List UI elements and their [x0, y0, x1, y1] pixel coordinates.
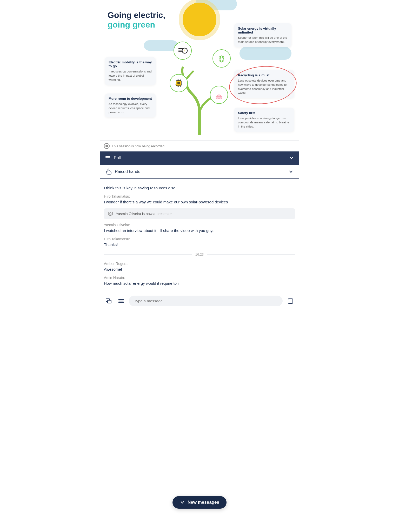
card-solar-title: Solar energy is virtually unlimited [238, 26, 288, 34]
card-recycling-title: Recycling is a must [238, 73, 290, 77]
chat-message-2: Hiro Takamatsu: I wonder if there's a wa… [104, 194, 295, 205]
raised-hands-chevron-icon [288, 169, 294, 174]
card-electric-text: It reduces carbon emissions and lowers t… [109, 69, 152, 82]
recording-text: This session is now being recorded. [112, 144, 165, 148]
message-input[interactable] [129, 296, 283, 306]
lungs-icon-circle [210, 86, 228, 104]
chat-text-6: How much solar energy would it require t… [104, 281, 295, 286]
chat-sender-4: Hiro Takamatsu: [104, 237, 295, 241]
chip-icon-circle [170, 74, 188, 92]
chat-text-4: Thanks! [104, 242, 295, 247]
chat-message-1: I think this is key in saving resources … [104, 185, 295, 191]
chat-message-6: Amin Narain: How much solar energy would… [104, 276, 295, 286]
card-room-text: As technology evolves, every device requ… [109, 102, 152, 114]
system-message-text: Yasmin Oliveira is now a presenter [116, 212, 172, 216]
card-room-title: More room to development [109, 97, 152, 101]
svg-rect-5 [176, 81, 181, 86]
presentation-slide: Going electric, going green Solar energy… [100, 0, 299, 140]
card-solar: Solar energy is virtually unlimited Soon… [234, 23, 291, 47]
card-electric: Electric mobility is the way to go It re… [105, 57, 156, 85]
svg-rect-29 [108, 300, 111, 303]
presenter-icon [108, 211, 113, 217]
title-line2: going green [108, 20, 165, 30]
poll-bar-left: Poll [105, 155, 121, 161]
chat-sender-2: Hiro Takamatsu: [104, 194, 295, 198]
card-electric-title: Electric mobility is the way to go [109, 60, 152, 68]
svg-marker-4 [184, 49, 185, 52]
session-recording-bar: This session is now being recorded. [100, 140, 299, 151]
chat-bubble-icon[interactable] [104, 296, 113, 306]
recycle-icon-circle [212, 49, 231, 68]
poll-bar[interactable]: Poll [100, 151, 299, 164]
chat-sender-5: Amber Rogers: [104, 262, 295, 266]
menu-icon[interactable] [116, 296, 126, 306]
raised-hands-bar[interactable]: Raised hands [100, 164, 299, 179]
svg-rect-21 [105, 156, 110, 157]
title-line1: Going electric, [108, 10, 165, 20]
timestamp-text: 16:23 [192, 252, 207, 256]
poll-label: Poll [114, 156, 121, 160]
chat-message-4: Hiro Takamatsu: Thanks! [104, 237, 295, 247]
chat-message-3: Yasmin Oliveira: I watched an interview … [104, 223, 295, 233]
timestamp-divider: 16:23 [104, 252, 295, 256]
card-safety: Safety first Less particles containing d… [234, 108, 294, 132]
system-message-presenter: Yasmin Oliveira is now a presenter [104, 208, 295, 219]
chat-text-2: I wonder if there's a way we could make … [104, 199, 295, 205]
poll-icon [105, 155, 111, 161]
card-safety-text: Less particles containing dangerous comp… [238, 116, 290, 129]
chat-message-5: Amber Rogers: Awesome! [104, 262, 295, 272]
chat-area: I think this is key in saving resources … [100, 179, 299, 292]
tree-illustration [166, 34, 233, 135]
chat-sender-6: Amin Narain: [104, 276, 295, 280]
card-recycling-text: Less obsolete devices over time and new … [238, 78, 290, 95]
chat-text-1: I think this is key in saving resources … [104, 185, 295, 191]
card-room: More room to development As technology e… [105, 94, 156, 117]
svg-point-3 [182, 48, 187, 53]
recording-dot [105, 145, 108, 147]
raised-hands-label: Raised hands [115, 169, 140, 174]
poll-chevron-icon [289, 155, 294, 161]
send-icon[interactable] [286, 296, 295, 306]
svg-point-25 [110, 212, 111, 214]
raised-hand-icon [105, 169, 112, 175]
chat-sender-3: Yasmin Oliveira: [104, 223, 295, 227]
chat-text-3: I watched an interview about it. I'll sh… [104, 228, 295, 233]
slide-title: Going electric, going green [108, 10, 165, 30]
sun-illustration [183, 3, 216, 36]
card-recycling: Recycling is a must Less obsolete device… [234, 70, 294, 98]
svg-rect-22 [105, 157, 110, 158]
motor-icon-circle [174, 42, 192, 60]
chat-text-5: Awesome! [104, 267, 295, 272]
sun-core [183, 3, 216, 36]
svg-rect-23 [105, 159, 109, 159]
card-safety-title: Safety first [238, 111, 290, 115]
card-solar-text: Sooner or later, this will be one of the… [238, 36, 288, 44]
recording-icon [104, 143, 110, 149]
bottom-bar [100, 292, 299, 310]
decorative-blob-right [240, 47, 291, 60]
raised-hands-left: Raised hands [105, 169, 140, 175]
